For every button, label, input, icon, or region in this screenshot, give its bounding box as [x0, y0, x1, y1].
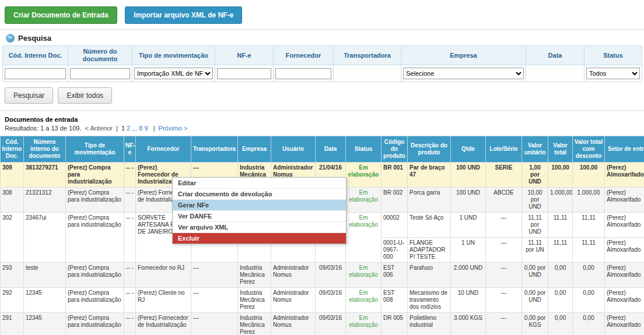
- cell-tipo: (Perez) Compra para industrialização: [66, 212, 124, 262]
- cell-numero: 3813279271: [24, 162, 66, 187]
- import-xml-button[interactable]: Importar arquivo XML de NF-e: [125, 6, 242, 24]
- cell-setor: (Perez) Almoxarifado: [605, 262, 644, 287]
- pagination: Resultados: 1 a 13 de 109. < Anterior | …: [5, 125, 639, 132]
- cell-codigo: 00002: [382, 212, 408, 237]
- filter-cell-transportadora: [334, 65, 401, 82]
- context-menu-item-excluir[interactable]: Excluir: [173, 233, 346, 244]
- collapse-minus-icon[interactable]: −: [6, 34, 15, 43]
- cell-total_desc: 100,00: [573, 162, 605, 187]
- pagination-separator: |: [116, 125, 118, 132]
- cell-nfe: -- -: [124, 162, 136, 187]
- doc-column-header-codigo-do-produto: Código do produto: [382, 136, 408, 162]
- filter-column-header-status: Status: [584, 46, 642, 65]
- cell-codigo: BR 002: [382, 187, 408, 212]
- cell-fornecedor: (Perez) Cliente no RJ: [136, 287, 191, 312]
- search-button[interactable]: Pesquisar: [5, 87, 53, 104]
- filter-input-fornecedor[interactable]: [275, 68, 331, 79]
- filter-select-tipo-de-movimentacao[interactable]: Importação XML de NFe: [134, 68, 213, 79]
- cell-cod: 292: [1, 287, 24, 312]
- cell-cod: 308: [1, 187, 24, 212]
- filter-input-cod-interno-doc[interactable]: [5, 68, 66, 79]
- cell-lote: SERIE: [486, 162, 522, 187]
- cell-data: 09/03/16: [316, 287, 346, 312]
- cell-setor: (Perez) Almoxarifado: [605, 212, 644, 237]
- cell-qtde: 1 UN: [451, 237, 486, 262]
- context-menu-item-editar[interactable]: Editar: [173, 178, 346, 189]
- pagination-prev: < Anterior: [85, 125, 113, 132]
- cell-fornecedor: Fornecedor no RJ: [136, 262, 191, 287]
- filter-column-header-transportadora: Transportadora: [334, 46, 401, 65]
- doc-row-292[interactable]: 29212345(Perez) Compra para industrializ…: [1, 287, 644, 312]
- cell-lote: ---: [486, 312, 522, 335]
- doc-column-header-valor-total-com-desconto: Valor total com desconto: [573, 136, 605, 162]
- doc-column-header-lote-serie: Lote/Série: [486, 136, 522, 162]
- cell-status: Em elaboração: [346, 187, 382, 212]
- cell-total: 100,00: [548, 162, 573, 187]
- doc-column-header-usuario: Usuário: [271, 136, 316, 162]
- cell-qtde: 100 UND: [451, 162, 486, 187]
- cell-unitario: 0,00 por UND: [522, 287, 548, 312]
- cell-tipo: (Perez) Compra para industrialização: [66, 287, 124, 312]
- cell-unitario: 11,11 por UN: [522, 237, 548, 262]
- filter-column-header-cod-interno-doc: Cód. Interno Doc.: [3, 46, 68, 65]
- cell-total_desc: 0,00: [573, 312, 605, 335]
- pagination-page-9[interactable]: 9: [144, 125, 148, 132]
- show-all-button[interactable]: Exibir todos: [58, 87, 112, 104]
- context-menu-item-gerar-nfe[interactable]: Gerar NFe: [173, 200, 346, 211]
- filter-input-numero-do-documento[interactable]: [70, 68, 130, 79]
- filter-select-empresa[interactable]: Selecione: [403, 68, 524, 79]
- filter-cell-fornecedor: [274, 65, 334, 82]
- pagination-next[interactable]: Próximo >: [159, 125, 188, 132]
- doc-column-header-qtde: Qtde: [451, 136, 486, 162]
- context-menu-item-ver-arquivo-xml[interactable]: Ver arquivo XML: [173, 222, 346, 233]
- pagination-page-1: 1: [121, 125, 125, 132]
- cell-qtde: 3.000 KGS: [451, 312, 486, 335]
- cell-transportadora: ---: [191, 287, 238, 312]
- cell-descricao: Parafuso: [408, 262, 451, 287]
- pagination-pages: 12...89: [121, 125, 150, 132]
- cell-empresa: Industria Mecânica Perez: [238, 312, 271, 335]
- cell-transportadora: ---: [191, 312, 238, 335]
- doc-column-header-fornecedor: Fornecedor: [136, 136, 191, 162]
- cell-descricao: Par de braço 47: [408, 162, 451, 187]
- doc-column-header-valor-total: Valor total: [548, 136, 573, 162]
- results-header: Documentos de entrada Resultados: 1 a 13…: [0, 111, 644, 133]
- doc-column-header-data: Data: [316, 136, 346, 162]
- cell-status: Em elaboração: [346, 162, 382, 187]
- filter-table: Cód. Interno Doc.Número do documentoTipo…: [2, 45, 642, 82]
- cell-total_desc: 11,11: [573, 237, 605, 262]
- cell-status: Em elaboração: [346, 312, 382, 335]
- filter-column-header-nf-e: NF-e: [215, 46, 274, 65]
- doc-row-291[interactable]: 29112345(Perez) Compra para industrializ…: [1, 312, 644, 335]
- cell-total_desc: 11,11: [573, 212, 605, 237]
- filter-cell-data: [526, 65, 584, 82]
- doc-row-293[interactable]: 293teste(Perez) Compra para industrializ…: [1, 262, 644, 287]
- filter-column-header-empresa: Empresa: [401, 46, 526, 65]
- cell-lote: ABCDE: [486, 187, 522, 212]
- cell-total: 1.000,00: [548, 187, 573, 212]
- cell-unitario: 11,11 por UND: [522, 212, 548, 237]
- doc-column-header-cod-interno-doc: Cód. Interno Doc.: [1, 136, 24, 162]
- filter-select-status[interactable]: Todos: [586, 68, 640, 79]
- context-menu-item-criar-documento-de-devolucao[interactable]: Criar documento de devolução: [173, 189, 346, 200]
- search-panel: − Pesquisa Cód. Interno Doc.Número do do…: [0, 29, 644, 111]
- pagination-page-2[interactable]: 2: [127, 125, 130, 132]
- doc-column-header-status: Status: [346, 136, 382, 162]
- cell-codigo: BR 001: [382, 162, 408, 187]
- cell-total_desc: 0,00: [573, 287, 605, 312]
- cell-lote: ---: [486, 237, 522, 262]
- filter-input-nf-e[interactable]: [217, 68, 271, 79]
- cell-cod: 302: [1, 212, 24, 262]
- cell-usuario: Administrador Nomus: [271, 262, 316, 287]
- filter-cell-status: Todos: [584, 65, 642, 82]
- pagination-page-8[interactable]: 8: [139, 125, 142, 132]
- pagination-page-: ...: [132, 125, 137, 132]
- create-entry-document-button[interactable]: Criar Documento de Entrada: [5, 6, 117, 24]
- context-menu-item-ver-danfe[interactable]: Ver DANFE: [173, 211, 346, 222]
- doc-column-header-descricao-do-produto: Descrição do produto: [408, 136, 451, 162]
- cell-qtde: 1 UND: [451, 212, 486, 237]
- doc-column-header-setor-de-entrada: Setor de entrada: [605, 136, 644, 162]
- cell-tipo: (Perez) Compra para industrialização: [66, 187, 124, 212]
- cell-setor: (Perez) Almoxarifado: [605, 312, 644, 335]
- cell-tipo: (Perez) Compra para industrialização: [66, 312, 124, 335]
